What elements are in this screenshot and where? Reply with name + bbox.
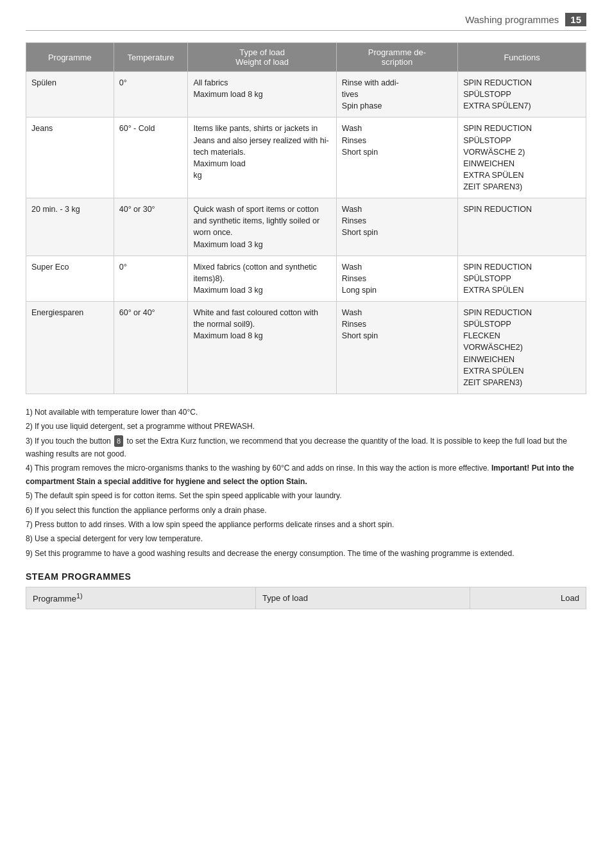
table-header-row: Programme Temperature Type of loadWeight…: [26, 43, 586, 72]
table-row: Spülen0°All fabricsMaximum load 8 kgRins…: [26, 72, 586, 117]
cell-temperature: 60° - Cold: [114, 117, 188, 198]
page-header: Washing programmes 15: [26, 13, 586, 31]
steam-header-row: Programme1) Type of load Load: [26, 587, 586, 609]
cell-functions: SPIN REDUCTION: [458, 198, 586, 256]
cell-load: White and fast coloured cotton with the …: [188, 302, 336, 394]
table-row: Super Eco0°Mixed fabrics (cotton and syn…: [26, 256, 586, 301]
cell-programme: Super Eco: [26, 256, 114, 301]
col-header-description: Programme de-scription: [336, 43, 457, 72]
col-header-load: Type of loadWeight of load: [188, 43, 336, 72]
cell-load: Items like pants, shirts or jackets in J…: [188, 117, 336, 198]
cell-functions: SPIN REDUCTIONSPÜLSTOPPEXTRA SPÜLEN: [458, 256, 586, 301]
steam-col-load-type: Type of load: [256, 587, 470, 609]
steam-col-programme: Programme1): [26, 587, 256, 609]
col-header-temperature: Temperature: [114, 43, 188, 72]
cell-programme: Spülen: [26, 72, 114, 117]
steam-title: STEAM PROGRAMMES: [26, 571, 586, 582]
cell-description: WashRinsesShort spin: [336, 198, 457, 256]
main-table: Programme Temperature Type of loadWeight…: [26, 42, 586, 394]
cell-functions: SPIN REDUCTIONSPÜLSTOPPFLECKENVORWÄSCHE2…: [458, 302, 586, 394]
footnotes-section: 1) Not available with temperature lower …: [26, 406, 586, 560]
cell-load: All fabricsMaximum load 8 kg: [188, 72, 336, 117]
table-row: 20 min. - 3 kg40° or 30°Quick wash of sp…: [26, 198, 586, 256]
cell-temperature: 60° or 40°: [114, 302, 188, 394]
cell-description: WashRinsesLong spin: [336, 256, 457, 301]
cell-temperature: 0°: [114, 72, 188, 117]
col-header-programme: Programme: [26, 43, 114, 72]
cell-description: WashRinsesShort spin: [336, 117, 457, 198]
footnote-item: 5) The default spin speed is for cotton …: [26, 489, 586, 502]
steam-table: Programme1) Type of load Load: [26, 587, 586, 609]
steam-col-load: Load: [470, 587, 586, 609]
col-header-functions: Functions: [458, 43, 586, 72]
footnote-item: 4) This program removes the micro-organi…: [26, 462, 586, 488]
cell-functions: SPIN REDUCTIONSPÜLSTOPPVORWÄSCHE 2)EINWE…: [458, 117, 586, 198]
cell-description: Rinse with addi-tivesSpin phase: [336, 72, 457, 117]
page-title: Washing programmes: [465, 14, 559, 25]
footnote-item: 3) If you touch the button 8 to set the …: [26, 435, 586, 461]
cell-temperature: 0°: [114, 256, 188, 301]
footnote-item: 2) If you use liquid detergent, set a pr…: [26, 420, 586, 433]
cell-programme: Energiesparen: [26, 302, 114, 394]
cell-description: WashRinsesShort spin: [336, 302, 457, 394]
table-row: Energiesparen60° or 40°White and fast co…: [26, 302, 586, 394]
steam-section: STEAM PROGRAMMES Programme1) Type of loa…: [26, 571, 586, 609]
cell-functions: SPIN REDUCTIONSPÜLSTOPPEXTRA SPÜLEN7): [458, 72, 586, 117]
footnote-item: 7) Press button to add rinses. With a lo…: [26, 518, 586, 531]
footnote-item: 6) If you select this function the appli…: [26, 504, 586, 517]
footnote-item: 8) Use a special detergent for very low …: [26, 532, 586, 545]
page-number: 15: [565, 13, 586, 26]
cell-programme: Jeans: [26, 117, 114, 198]
cell-load: Quick wash of sport items or cotton and …: [188, 198, 336, 256]
table-row: Jeans60° - ColdItems like pants, shirts …: [26, 117, 586, 198]
cell-programme: 20 min. - 3 kg: [26, 198, 114, 256]
footnote-item: 9) Set this programme to have a good was…: [26, 547, 586, 560]
footnote-item: 1) Not available with temperature lower …: [26, 406, 586, 419]
cell-load: Mixed fabrics (cotton and synthetic item…: [188, 256, 336, 301]
cell-temperature: 40° or 30°: [114, 198, 188, 256]
